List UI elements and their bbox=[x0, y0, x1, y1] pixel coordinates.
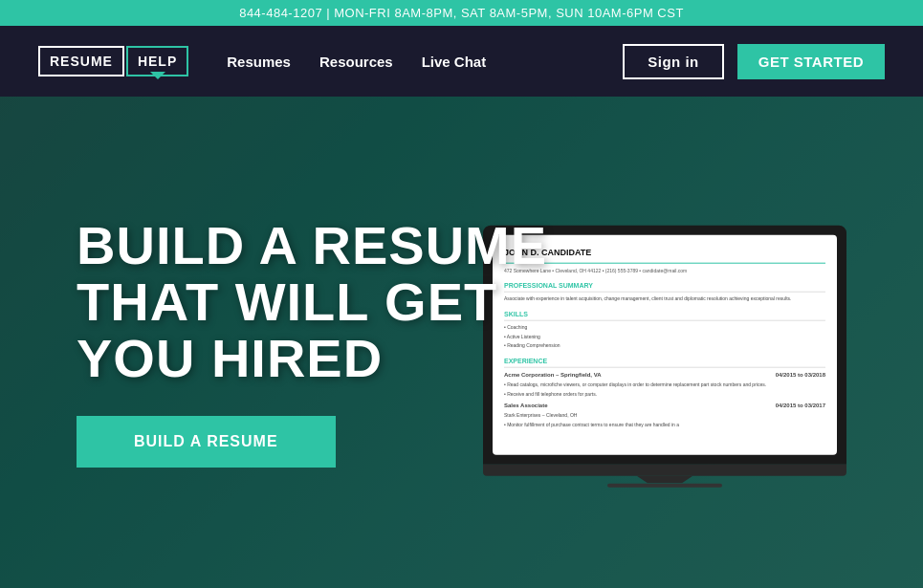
logo-chat-bubble-icon bbox=[150, 72, 165, 79]
sign-in-button[interactable]: Sign in bbox=[623, 44, 724, 79]
hero-section: JOHN D. CANDIDATE 472 Somewhere Lane • C… bbox=[0, 97, 923, 588]
navbar: RESUME HELP Resumes Resources Live Chat … bbox=[0, 26, 923, 97]
laptop-stand bbox=[636, 475, 693, 483]
top-bar: 844-484-1207 | MON-FRI 8AM-8PM, SAT 8AM-… bbox=[0, 0, 923, 26]
top-bar-text: 844-484-1207 | MON-FRI 8AM-8PM, SAT 8AM-… bbox=[239, 6, 684, 20]
get-started-button[interactable]: GET STARTED bbox=[737, 44, 885, 79]
logo: RESUME HELP bbox=[38, 46, 188, 76]
hero-title-line2: THAT WILL GET YOU HIRED bbox=[77, 272, 497, 388]
nav-link-live-chat[interactable]: Live Chat bbox=[422, 54, 487, 70]
nav-links: Resumes Resources Live Chat bbox=[227, 54, 623, 70]
nav-link-resumes[interactable]: Resumes bbox=[227, 54, 291, 70]
cta-build-resume-button[interactable]: BUILD A RESUME bbox=[77, 416, 336, 468]
hero-title: BUILD A RESUME THAT WILL GET YOU HIRED bbox=[77, 218, 603, 386]
logo-resume: RESUME bbox=[38, 46, 124, 76]
nav-link-resources[interactable]: Resources bbox=[319, 54, 393, 70]
nav-actions: Sign in GET STARTED bbox=[623, 44, 885, 79]
hero-title-line1: BUILD A RESUME bbox=[77, 215, 547, 275]
laptop-foot bbox=[607, 483, 722, 487]
logo-help-wrapper: HELP bbox=[126, 53, 188, 70]
hero-content: BUILD A RESUME THAT WILL GET YOU HIRED B… bbox=[77, 218, 603, 467]
